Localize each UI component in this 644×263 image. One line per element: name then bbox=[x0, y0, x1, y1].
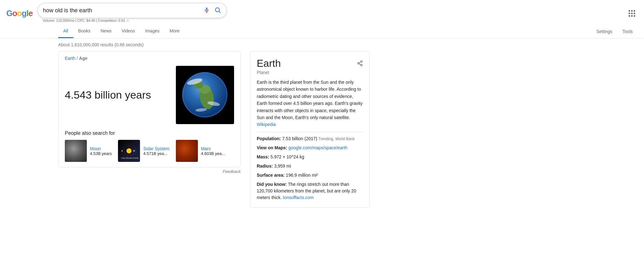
kp-fact-radius: Radius: 3,959 mi bbox=[257, 163, 363, 169]
tab-news[interactable]: News bbox=[95, 25, 116, 38]
moon-link[interactable]: Moon bbox=[90, 146, 112, 151]
featured-snippet-card: Earth / Age 4.543 billion years bbox=[58, 51, 241, 167]
breadcrumb-separator: / bbox=[76, 56, 78, 61]
svg-line-20 bbox=[359, 64, 361, 65]
volume-info: Volume: 110,000/mo | CPC: $4.46 | Compet… bbox=[38, 18, 227, 23]
svg-point-11 bbox=[126, 148, 132, 153]
svg-point-18 bbox=[358, 63, 359, 64]
snippet-answer: 4.543 billion years bbox=[65, 88, 170, 102]
kp-fact-surface-area: Surface area: 196.9 million mi² bbox=[257, 172, 363, 179]
google-logo: Google bbox=[6, 9, 33, 18]
kp-fact-maps: View on Maps: google.com/maps/space/eart… bbox=[257, 145, 363, 151]
kp-fact-population: Population: 7.53 billion (2017) Trending… bbox=[257, 135, 363, 142]
kp-fact-did-you-know: Did you know: The rings stretch out more… bbox=[257, 181, 363, 201]
mars-desc: 4.603B yea... bbox=[201, 151, 225, 156]
svg-point-19 bbox=[361, 64, 362, 66]
earth-image bbox=[176, 66, 234, 124]
kp-subtitle: Planet bbox=[257, 70, 363, 75]
kp-title: Earth bbox=[257, 58, 281, 69]
svg-text:THE SOLAR SYSTEM: THE SOLAR SYSTEM bbox=[121, 157, 138, 159]
svg-point-17 bbox=[361, 61, 362, 62]
tab-images[interactable]: Images bbox=[140, 25, 165, 38]
svg-point-13 bbox=[133, 150, 135, 152]
related-item-solar-system[interactable]: THE SOLAR SYSTEM Solar System 4.571B yea… bbox=[118, 140, 169, 162]
solar-system-desc: 4.571B yea... bbox=[143, 151, 169, 156]
knowledge-panel: Earth Planet Earth is the third planet f… bbox=[250, 51, 370, 208]
related-item-moon[interactable]: Moon 4.53B years bbox=[65, 140, 112, 162]
feedback-label[interactable]: Feedback bbox=[58, 167, 241, 176]
breadcrumb-current: Age bbox=[79, 56, 87, 61]
svg-point-15 bbox=[121, 150, 123, 152]
people-search-title: People also search for bbox=[65, 130, 234, 136]
mars-link[interactable]: Mars bbox=[201, 146, 225, 151]
snippet-breadcrumb: Earth / Age bbox=[59, 51, 240, 63]
tab-more[interactable]: More bbox=[165, 25, 185, 38]
tonsoffacts-link[interactable]: tonsoffacts.com bbox=[283, 195, 314, 200]
settings-link[interactable]: Settings bbox=[591, 25, 618, 38]
solar-system-image: THE SOLAR SYSTEM bbox=[118, 140, 140, 162]
results-count: About 1,610,000,000 results (0.86 second… bbox=[0, 38, 644, 51]
kp-fact-mass: Mass: 5.972 × 10^24 kg bbox=[257, 154, 363, 160]
kp-description: Earth is the third planet from the Sun a… bbox=[257, 79, 363, 128]
tools-link[interactable]: Tools bbox=[617, 25, 638, 38]
apps-button[interactable] bbox=[626, 8, 638, 19]
tab-videos[interactable]: Videos bbox=[117, 25, 140, 38]
tab-all[interactable]: All bbox=[58, 25, 73, 38]
svg-line-21 bbox=[359, 62, 361, 63]
search-input[interactable] bbox=[43, 7, 201, 14]
breadcrumb-earth-link[interactable]: Earth bbox=[65, 56, 75, 61]
share-button[interactable] bbox=[357, 60, 363, 67]
people-also-search: People also search for Moon 4.53B years bbox=[59, 130, 240, 167]
microphone-icon[interactable] bbox=[204, 7, 210, 14]
mars-image bbox=[176, 140, 198, 162]
maps-link[interactable]: google.com/maps/space/earth bbox=[288, 145, 348, 150]
search-bar bbox=[38, 3, 227, 18]
search-icon[interactable] bbox=[214, 7, 221, 14]
svg-line-1 bbox=[219, 11, 220, 13]
related-item-mars[interactable]: Mars 4.603B yea... bbox=[176, 140, 225, 162]
tab-books[interactable]: Books bbox=[73, 25, 96, 38]
moon-desc: 4.53B years bbox=[90, 151, 112, 156]
solar-system-link[interactable]: Solar System bbox=[143, 146, 169, 151]
wikipedia-link[interactable]: Wikipedia bbox=[257, 122, 276, 127]
moon-image bbox=[65, 140, 87, 162]
kp-facts: Population: 7.53 billion (2017) Trending… bbox=[257, 135, 363, 201]
